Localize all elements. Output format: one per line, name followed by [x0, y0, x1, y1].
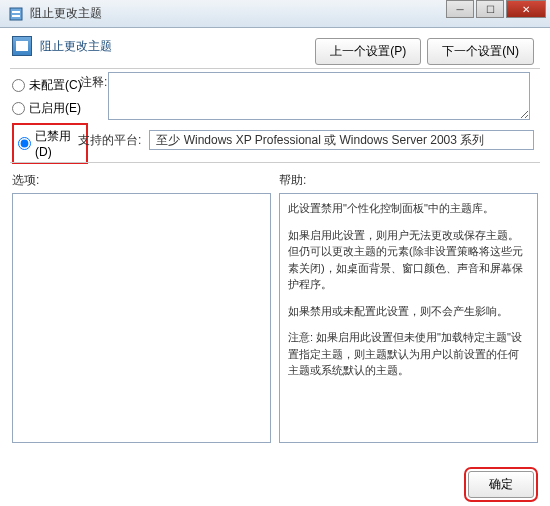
divider	[10, 68, 540, 69]
prev-setting-button[interactable]: 上一个设置(P)	[315, 38, 421, 65]
radio-disabled-row: 已禁用(D)	[12, 123, 88, 164]
close-button[interactable]: ✕	[506, 0, 546, 18]
radio-disabled[interactable]	[18, 137, 31, 150]
minimize-button[interactable]: ─	[446, 0, 474, 18]
divider2	[10, 162, 540, 163]
radio-not-configured-label[interactable]: 未配置(C)	[29, 77, 82, 94]
svg-rect-0	[10, 8, 22, 20]
help-p4: 注意: 如果启用此设置但未使用"加载特定主题"设置指定主题，则主题默认为用户以前…	[288, 329, 529, 379]
platform-value: 至少 Windows XP Professional 或 Windows Ser…	[149, 130, 534, 150]
radio-enabled-label[interactable]: 已启用(E)	[29, 100, 81, 117]
svg-rect-1	[12, 11, 20, 13]
comment-textarea[interactable]	[108, 72, 530, 120]
radio-enabled[interactable]	[12, 102, 25, 115]
help-box: 此设置禁用"个性化控制面板"中的主题库。 如果启用此设置，则用户无法更改或保存主…	[279, 193, 538, 443]
maximize-button[interactable]: ☐	[476, 0, 504, 18]
window-titlebar: 阻止更改主题 ─ ☐ ✕	[0, 0, 550, 28]
platform-label: 支持的平台:	[78, 132, 141, 149]
options-label: 选项:	[12, 172, 271, 189]
policy-title: 阻止更改主题	[40, 38, 112, 55]
window-title: 阻止更改主题	[30, 5, 102, 22]
comment-label: 注释:	[80, 74, 107, 91]
options-box	[12, 193, 271, 443]
policy-icon	[8, 6, 24, 22]
radio-disabled-label[interactable]: 已禁用(D)	[35, 128, 82, 159]
main-columns: 选项: 帮助: 此设置禁用"个性化控制面板"中的主题库。 如果启用此设置，则用户…	[12, 172, 538, 443]
radio-not-configured[interactable]	[12, 79, 25, 92]
help-p2: 如果启用此设置，则用户无法更改或保存主题。但仍可以更改主题的元素(除非设置策略将…	[288, 227, 529, 293]
svg-rect-2	[12, 15, 20, 17]
nav-buttons: 上一个设置(P) 下一个设置(N)	[315, 38, 534, 65]
help-column: 帮助: 此设置禁用"个性化控制面板"中的主题库。 如果启用此设置，则用户无法更改…	[279, 172, 538, 443]
window-controls: ─ ☐ ✕	[446, 0, 546, 18]
next-setting-button[interactable]: 下一个设置(N)	[427, 38, 534, 65]
footer: 确定	[468, 471, 534, 498]
comment-area: 注释:	[108, 72, 534, 123]
help-p3: 如果禁用或未配置此设置，则不会产生影响。	[288, 303, 529, 320]
help-label: 帮助:	[279, 172, 538, 189]
help-p1: 此设置禁用"个性化控制面板"中的主题库。	[288, 200, 529, 217]
policy-header-icon	[12, 36, 32, 56]
platform-row: 支持的平台: 至少 Windows XP Professional 或 Wind…	[78, 130, 534, 150]
ok-button[interactable]: 确定	[468, 471, 534, 498]
options-column: 选项:	[12, 172, 271, 443]
